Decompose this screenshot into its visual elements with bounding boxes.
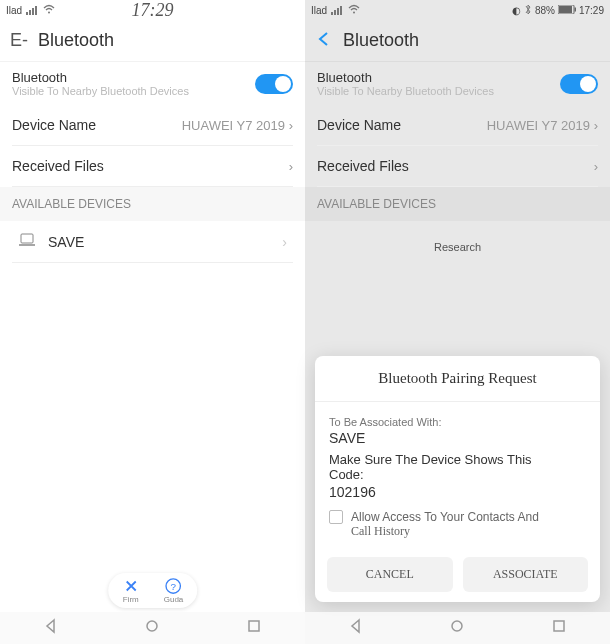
svg-rect-5 <box>249 621 259 631</box>
status-bar: Ilad 17:29 <box>0 0 305 20</box>
associate-button[interactable]: ASSOCIATE <box>463 557 589 592</box>
battery-icon <box>558 5 576 16</box>
svg-point-6 <box>353 12 355 14</box>
nav-bar <box>0 612 305 644</box>
pill-close[interactable]: Firm <box>122 577 140 604</box>
bluetooth-toggle-row[interactable]: Bluetooth Visible To Nearby Bluetooth De… <box>305 62 610 105</box>
wifi-icon <box>43 4 55 16</box>
dialog-title: Bluetooth Pairing Request <box>315 356 600 402</box>
svg-point-0 <box>48 12 50 14</box>
chevron-right-icon: › <box>594 118 598 133</box>
bluetooth-toggle-row[interactable]: Bluetooth Visible To Nearby Bluetooth De… <box>0 62 305 105</box>
svg-rect-11 <box>554 621 564 631</box>
dialog-msg1: Make Sure The Device Shows This <box>329 452 586 467</box>
bluetooth-toggle[interactable] <box>560 74 598 94</box>
header: E- Bluetooth <box>0 20 305 62</box>
chevron-right-icon: › <box>282 234 287 250</box>
available-devices-header: AVAILABLE DEVICES <box>0 187 305 221</box>
svg-point-10 <box>452 621 462 631</box>
bluetooth-label: Bluetooth <box>317 70 494 85</box>
device-name-row[interactable]: Device Name HUAWEI Y7 2019 › <box>317 105 598 146</box>
back-button[interactable]: E- <box>10 30 28 51</box>
signal-icon <box>331 6 342 15</box>
received-files-label: Received Files <box>12 158 104 174</box>
svg-point-4 <box>147 621 157 631</box>
checkbox-label2: Call History <box>351 524 539 539</box>
assoc-value: SAVE <box>329 430 586 446</box>
chevron-right-icon: › <box>289 118 293 133</box>
nav-home-icon[interactable] <box>449 618 465 638</box>
wifi-icon <box>348 4 360 16</box>
pairing-dialog: Bluetooth Pairing Request To Be Associat… <box>315 356 600 602</box>
assoc-label: To Be Associated With: <box>329 416 586 428</box>
device-name-label: Device Name <box>12 117 96 133</box>
dnd-icon: ◐ <box>512 5 521 16</box>
available-devices-header: AVAILABLE DEVICES <box>305 187 610 221</box>
svg-rect-1 <box>21 234 33 243</box>
back-arrow-icon[interactable] <box>315 30 333 52</box>
bluetooth-label: Bluetooth <box>12 70 189 85</box>
nav-back-icon[interactable] <box>43 618 59 638</box>
page-title: Bluetooth <box>343 30 419 51</box>
laptop-icon <box>18 233 36 250</box>
checkbox-label: Allow Access To Your Contacts And <box>351 510 539 524</box>
bluetooth-icon <box>524 4 532 17</box>
page-title: Bluetooth <box>38 30 114 51</box>
nav-recent-icon[interactable] <box>246 618 262 638</box>
device-name-row[interactable]: Device Name HUAWEI Y7 2019 › <box>12 105 293 146</box>
dialog-msg2: Code: <box>329 467 586 482</box>
device-name-label: Device Name <box>317 117 401 133</box>
device-name: SAVE <box>48 234 84 250</box>
nav-home-icon[interactable] <box>144 618 160 638</box>
received-files-row[interactable]: Received Files › <box>12 146 293 187</box>
chevron-right-icon: › <box>594 159 598 174</box>
signal-icon <box>26 6 37 15</box>
received-files-label: Received Files <box>317 158 409 174</box>
carrier: Ilad <box>6 5 22 16</box>
bluetooth-toggle[interactable] <box>255 74 293 94</box>
chevron-right-icon: › <box>289 159 293 174</box>
battery-pct: 88% <box>535 5 555 16</box>
svg-rect-8 <box>559 6 572 13</box>
searching-text: Research <box>305 221 610 273</box>
pill-help[interactable]: ? Guda <box>164 577 184 604</box>
cancel-button[interactable]: CANCEL <box>327 557 453 592</box>
bluetooth-subtext: Visible To Nearby Bluetooth Devices <box>317 85 494 97</box>
status-time: 17:29 <box>579 5 604 16</box>
status-time: 17:29 <box>132 0 174 21</box>
svg-text:?: ? <box>171 581 177 592</box>
nav-bar <box>305 612 610 644</box>
allow-access-checkbox[interactable] <box>329 510 343 524</box>
device-row[interactable]: SAVE › <box>12 221 293 263</box>
nav-back-icon[interactable] <box>348 618 364 638</box>
svg-rect-9 <box>574 7 576 11</box>
help-pill: Firm ? Guda <box>108 573 198 608</box>
header: Bluetooth <box>305 20 610 62</box>
nav-recent-icon[interactable] <box>551 618 567 638</box>
received-files-row[interactable]: Received Files › <box>317 146 598 187</box>
status-bar: Ilad ◐ 88% 17:29 <box>305 0 610 20</box>
pairing-code: 102196 <box>329 484 586 500</box>
bluetooth-subtext: Visible To Nearby Bluetooth Devices <box>12 85 189 97</box>
carrier: Ilad <box>311 5 327 16</box>
